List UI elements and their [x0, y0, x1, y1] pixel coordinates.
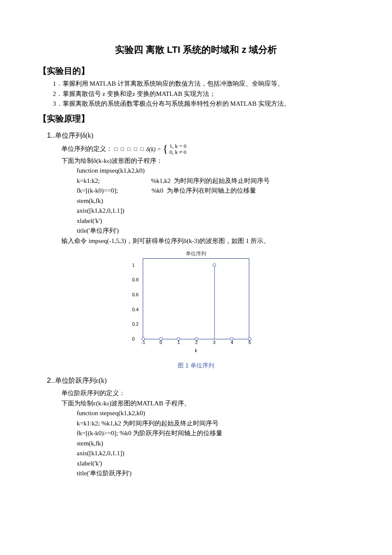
subsection-number: 2..	[47, 376, 55, 384]
subsection-2-head: 2..单位阶跃序列ε(k)	[38, 375, 354, 386]
chart-ytick: 0.2	[132, 321, 138, 328]
formula-cases: 1, k = 0 0, k ≠ 0	[170, 143, 187, 156]
brace-icon: {	[163, 143, 168, 154]
stem-marker	[141, 337, 145, 341]
code-line: fk=[(k-k0)==0]; %k0 为单位序列在时间轴上的位移量	[38, 186, 354, 196]
objective-item: 1．掌握利用 MATLAB 计算离散系统响应的数值方法，包括冲激响应、全响应等。	[53, 79, 354, 89]
chart-ytick: 0.4	[132, 306, 138, 313]
subsection-number: 1..	[47, 131, 55, 139]
case-2: 0, k ≠ 0	[170, 149, 187, 155]
subsection-label: 单位阶跃序列ε(k)	[55, 377, 107, 384]
code-line: stem(k,fk)	[38, 439, 354, 448]
stem-marker	[195, 337, 198, 341]
code-line: function impseq(k1,k2,k0)	[38, 166, 354, 176]
chart-xtick: 3	[213, 339, 216, 346]
subsection-label: 单位序列δ(k)	[55, 132, 93, 139]
code-line: k=k1:k2; %k1,k2 为时间序列的起始及终止时间序号	[38, 176, 354, 186]
chart-frame: 00.20.40.60.81-1012345 k	[143, 258, 249, 354]
stem-marker	[248, 337, 251, 341]
subsection-1-head: 1..单位序列δ(k)	[38, 130, 354, 141]
stem-marker	[177, 337, 180, 341]
formula-lhs: δ(k) =	[146, 145, 161, 154]
stem-line	[214, 265, 215, 339]
text-line: 单位阶跃序列的定义：	[38, 388, 354, 398]
def-prefix: 单位序列的定义：	[61, 145, 112, 152]
objective-header: 【实验目的】	[38, 64, 354, 77]
stem-plot: 00.20.40.60.81-1012345	[143, 258, 249, 339]
page-title: 实验四 离散 LTI 系统的时域和 z 域分析	[38, 43, 354, 57]
figure-caption: 图 1 单位序列	[38, 361, 354, 370]
text-line: 输入命令 impseq(-1,5,3)，则可获得单位序列δ(k-3)的波形图，如…	[38, 236, 354, 246]
text-line: 下面为绘制ε(k-k₀)波形图的MATLAB 子程序。	[38, 399, 354, 408]
stem-marker	[159, 337, 163, 341]
chart-xlabel: k	[143, 347, 249, 354]
objective-item: 2．掌握离散信号 z 变换和逆z 变换的MATLAB 实现方法；	[53, 89, 354, 99]
definition-line: 单位序列的定义： □ □ □ □ □ δ(k) = { 1, k = 0 0, …	[38, 143, 354, 156]
code-line: k=k1:k2; %k1,k2 为时间序列的起始及终止时间序号	[38, 419, 354, 428]
chart-ytick: 0	[132, 335, 135, 343]
chart-ytick: 0.6	[132, 291, 138, 298]
code-line: axis([k1,k2,0,1.1])	[38, 448, 354, 458]
figure-1: 单位序列 00.20.40.60.81-1012345 k 图 1 单位序列	[38, 250, 354, 370]
principle-header: 【实验原理】	[38, 112, 354, 125]
code-line: title('单位阶跃序列')	[38, 468, 354, 478]
chart-ytick: 1	[132, 262, 135, 269]
code-line: xlabel('k')	[38, 459, 354, 468]
case-1: 1, k = 0	[170, 143, 187, 149]
code-line: function stepseq(k1,k2,k0)	[38, 408, 354, 418]
code-line: xlabel('k')	[38, 216, 354, 226]
placeholder-squares: □ □ □ □ □	[114, 146, 145, 152]
code-line: stem(k,fk)	[38, 196, 354, 206]
code-line: axis([k1,k2,0,1.1])	[38, 206, 354, 216]
objective-item: 3．掌握离散系统的系统函数零极点分布与系统频率特性分析的 MATLAB 实现方法…	[53, 99, 354, 109]
code-line: fk=[(k-k0)>=0]; %k0 为阶跃序列在时间轴上的位移量	[38, 428, 354, 438]
stem-marker	[213, 263, 216, 267]
code-line: title('单位序列')	[38, 226, 354, 236]
chart-ytick: 0.8	[132, 277, 138, 284]
chart-title: 单位序列	[38, 250, 354, 257]
stem-marker	[230, 337, 233, 341]
formula-delta: δ(k) = { 1, k = 0 0, k ≠ 0	[146, 143, 186, 156]
text-line: 下面为绘制δ(k-k₀)波形图的子程序：	[38, 156, 354, 166]
